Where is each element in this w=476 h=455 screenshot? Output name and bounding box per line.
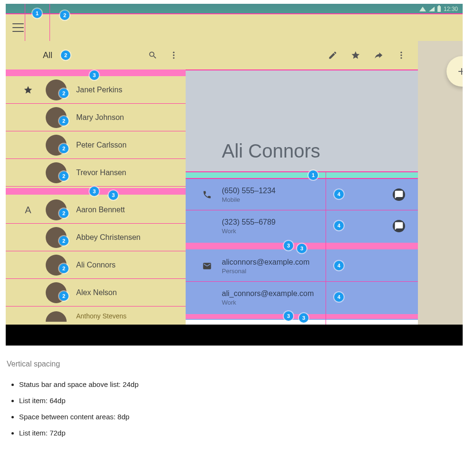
add-fab[interactable]: + xyxy=(446,56,463,87)
caption-item: Status bar and space above list: 24dp xyxy=(19,379,464,390)
phone-number: (650) 555–1234 xyxy=(222,187,380,195)
phone-row[interactable]: (650) 555–1234 Mobile 4 xyxy=(186,179,418,210)
app-bar: 2 xyxy=(6,14,463,41)
phone-row[interactable]: (323) 555–6789 Work 4 xyxy=(186,210,418,242)
sms-icon[interactable] xyxy=(393,220,405,232)
svg-point-1 xyxy=(173,54,174,56)
contact-detail-pane: Ali Connors 1 (650) 555–1234 Mobile 4 xyxy=(186,41,418,325)
battery-icon xyxy=(437,6,441,12)
annotation-badge-4: 4 xyxy=(334,189,344,199)
share-icon[interactable] xyxy=(373,50,384,60)
annotation-badge-2: 2 xyxy=(59,171,69,181)
nav-bar xyxy=(6,325,463,346)
annotation-badge-3: 3 xyxy=(109,190,118,200)
annotation-badge-2: 2 xyxy=(61,50,70,60)
email-row[interactable]: aliconnors@example.com Personal 4 xyxy=(186,250,418,282)
contact-name: Abbey Christensen xyxy=(76,233,140,242)
annotation-badge-2: 2 xyxy=(59,291,69,301)
phone-icon xyxy=(197,190,217,199)
annotation-badge-3: 3 xyxy=(284,311,293,321)
list-header: All 2 xyxy=(6,41,186,69)
star-icon[interactable] xyxy=(350,50,361,60)
clock: 12:30 xyxy=(444,6,458,12)
contact-row[interactable]: 2 Trevor Hansen xyxy=(6,159,186,187)
annotation-badge-2: 2 xyxy=(60,10,69,20)
svg-point-0 xyxy=(173,52,174,53)
contact-name: Trevor Hansen xyxy=(76,168,126,177)
annotation-badge-1: 1 xyxy=(308,170,318,180)
phone-label: Work xyxy=(222,228,380,235)
svg-point-4 xyxy=(400,54,402,56)
email-address: ali_connors@example.com xyxy=(222,289,380,298)
email-icon xyxy=(197,261,217,271)
annotation-badge-4: 4 xyxy=(334,261,344,270)
caption-title: Vertical spacing xyxy=(7,358,464,370)
spacing-overlay: 1 xyxy=(186,171,418,179)
contact-row[interactable]: 2 Mary Johnson xyxy=(6,104,186,131)
email-label: Work xyxy=(222,299,380,306)
email-label: Personal xyxy=(222,267,380,275)
contact-name: Peter Carlsson xyxy=(76,141,127,149)
contact-title: Ali Connors xyxy=(222,140,320,162)
phone-label: Mobile xyxy=(222,196,380,203)
keyline xyxy=(186,69,418,70)
section-letter: A xyxy=(20,205,36,216)
contact-name: Aaron Bennett xyxy=(76,206,125,214)
contact-name: Mary Johnson xyxy=(76,113,124,122)
annotation-badge-2: 2 xyxy=(59,116,69,126)
contact-row[interactable]: 2 Peter Carlsson xyxy=(6,131,186,159)
contact-row[interactable]: Anthony Stevens xyxy=(6,307,186,321)
edit-icon[interactable] xyxy=(327,50,338,60)
contact-row[interactable]: A 2 Aaron Bennett xyxy=(6,196,186,224)
svg-point-5 xyxy=(400,57,402,59)
contact-row[interactable]: 2 Janet Perkins xyxy=(6,76,186,104)
contact-name: Ali Connors xyxy=(76,261,116,269)
scroll-gutter: + xyxy=(418,41,463,325)
caption-item: Space between content areas: 8dp xyxy=(19,411,464,423)
annotation-badge-1: 1 xyxy=(32,9,42,18)
status-bar: 12:30 1 xyxy=(6,4,463,14)
email-address: aliconnors@example.com xyxy=(222,258,380,267)
design-spec-screenshot: 12:30 1 2 All 2 xyxy=(6,4,463,346)
contacts-pane: All 2 3 xyxy=(6,41,186,325)
email-row[interactable]: ali_connors@example.com Work 4 xyxy=(186,282,418,313)
contact-name: Alex Nelson xyxy=(76,288,117,297)
caption-item: List item: 72dp xyxy=(19,427,464,439)
menu-icon[interactable] xyxy=(12,23,24,32)
contact-row[interactable]: 2 Alex Nelson xyxy=(6,279,186,307)
contact-row[interactable]: 2 Abbey Christensen xyxy=(6,224,186,251)
annotation-badge-3: 3 xyxy=(297,244,307,253)
signal-icon xyxy=(429,7,435,11)
filter-label[interactable]: All xyxy=(43,50,52,60)
detail-list: (650) 555–1234 Mobile 4 (323) 555–6789 W… xyxy=(186,179,418,320)
annotation-badge-2: 2 xyxy=(59,89,69,98)
caption-item: List item: 64dp xyxy=(19,395,464,406)
keyline xyxy=(6,13,463,14)
svg-point-3 xyxy=(400,52,402,53)
contact-row[interactable]: 2 Ali Connors xyxy=(6,251,186,279)
annotation-badge-2: 2 xyxy=(59,144,69,153)
wifi-icon xyxy=(419,7,426,11)
contact-name: Anthony Stevens xyxy=(76,312,127,320)
contact-hero: Ali Connors xyxy=(186,69,418,171)
annotation-badge-3: 3 xyxy=(89,187,99,196)
annotation-badge-3: 3 xyxy=(89,70,99,80)
contact-name: Janet Perkins xyxy=(76,86,122,94)
detail-toolbar xyxy=(186,41,418,69)
annotation-badge-3: 3 xyxy=(284,241,293,250)
search-icon[interactable] xyxy=(148,50,158,60)
content-area: All 2 3 xyxy=(6,41,463,325)
caption-block: Vertical spacing Status bar and space ab… xyxy=(7,358,464,439)
annotation-badge-2: 2 xyxy=(59,264,69,273)
avatar xyxy=(46,311,67,322)
star-icon xyxy=(20,85,36,95)
svg-point-2 xyxy=(173,57,174,59)
overflow-icon[interactable] xyxy=(169,50,179,60)
annotation-badge-4: 4 xyxy=(334,292,344,302)
annotation-badge-2: 2 xyxy=(59,208,69,218)
overflow-icon[interactable] xyxy=(396,50,407,60)
annotation-badge-3: 3 xyxy=(299,313,308,323)
vertical-keyline xyxy=(326,171,326,325)
annotation-badge-4: 4 xyxy=(334,221,344,230)
sms-icon[interactable] xyxy=(393,188,405,201)
